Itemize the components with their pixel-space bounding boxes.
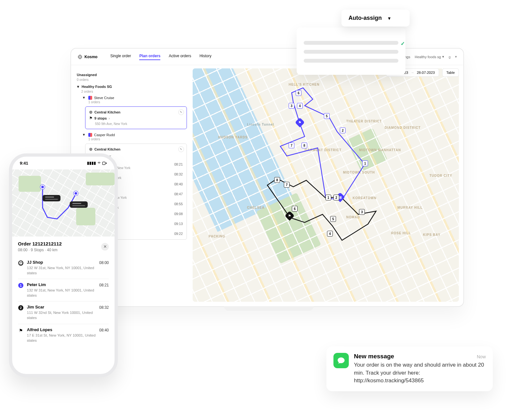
chevron-down-icon: ▾ xyxy=(455,55,457,59)
edit-button[interactable]: ✎ xyxy=(178,146,184,152)
stop-time: 08:47 xyxy=(174,192,183,199)
phone-mockup: 9:41 ▮▮▮▮ ⌔ ▢▪ Order 12121212112 08:00 ·… xyxy=(9,153,118,377)
driver-icon xyxy=(88,133,92,137)
stop-time: 08:32 xyxy=(99,305,109,320)
assign-option-placeholder[interactable] xyxy=(304,50,398,54)
stop-address: 132 W 31st, New York, NY 10001, United s… xyxy=(27,265,96,276)
close-button[interactable]: ✕ xyxy=(101,243,109,251)
stop-name: JJ Shop xyxy=(27,260,96,265)
route-origin: Central Kitchen xyxy=(94,110,120,114)
route-origin: Central Kitchen xyxy=(94,147,120,151)
stop-item[interactable]: 2 Jim Scar 111 W 32nd St, New York 10001… xyxy=(18,301,109,324)
stop-marker[interactable]: 6 xyxy=(292,206,298,212)
date-to: 28-07-2023 xyxy=(417,71,435,74)
brand-name: Kosmo xyxy=(84,55,98,59)
stop-marker[interactable]: 2 xyxy=(340,128,346,133)
stop-marker[interactable]: 2 xyxy=(333,195,339,200)
route-lines xyxy=(193,68,459,276)
driver-order-count: 1 orders xyxy=(88,100,187,104)
unassigned-count: 0 orders xyxy=(77,78,187,82)
notification-card[interactable]: New message Now Your order is on the way… xyxy=(326,346,493,391)
stop-marker[interactable]: 6 xyxy=(296,90,301,96)
stop-time: 09:22 xyxy=(174,232,183,236)
org-name: Healthy foods sg xyxy=(415,55,441,59)
assign-option-placeholder[interactable] xyxy=(304,59,398,63)
tab-history[interactable]: History xyxy=(199,54,211,60)
phone-map[interactable] xyxy=(12,169,115,237)
notification-title: New message xyxy=(354,353,394,360)
phone-clock: 9:41 xyxy=(20,161,28,166)
stop-item[interactable]: 1 Peter Lim 132 W 31st, New York, NY 100… xyxy=(18,279,109,301)
stop-marker[interactable]: 7 xyxy=(289,143,294,148)
chevron-down-icon: ▶ xyxy=(83,134,85,136)
stop-marker[interactable]: 5 xyxy=(324,113,330,119)
stop-name: Peter Lim xyxy=(27,282,96,287)
tab-single-order[interactable]: Single order xyxy=(110,54,131,60)
check-icon: ✓ xyxy=(401,41,405,47)
phone-status-bar: 9:41 ▮▮▮▮ ⌔ ▢▪ xyxy=(12,157,115,169)
team-heading[interactable]: ▶ Healthy Foods SG xyxy=(77,85,187,89)
order-sheet: Order 12121212112 08:00 · 9 Stops · 40 k… xyxy=(12,237,115,351)
stop-marker[interactable]: 8 xyxy=(274,177,280,183)
target-icon: ◎ xyxy=(89,110,92,114)
driver-item[interactable]: ▶ Steve Cruise xyxy=(83,96,187,100)
route-card[interactable]: ✎ ◎Central Kitchen ⚑9 stops› 550 9th Ave… xyxy=(85,106,187,129)
flag-icon: ⚑ xyxy=(298,121,301,125)
org-select[interactable]: Healthy foods sg ▾ xyxy=(415,55,444,59)
stop-marker[interactable]: 3 xyxy=(359,209,365,215)
driver-item[interactable]: ▶ Casper Rudd xyxy=(83,133,187,137)
auto-assign-button[interactable]: Auto-assign ▾ xyxy=(341,10,410,27)
logo-icon xyxy=(77,54,83,59)
chevron-down-icon: ▾ xyxy=(442,55,444,59)
tab-plan-orders[interactable]: Plan orders xyxy=(139,54,160,60)
pin-icon: ⚑ xyxy=(89,116,92,120)
order-summary: 08:00 · 9 Stops · 40 km xyxy=(18,248,62,252)
chevron-right-icon: › xyxy=(109,116,110,120)
auto-assign-panel: ✓ xyxy=(297,27,405,75)
stop-time: 09:08 xyxy=(174,212,183,219)
assign-option-placeholder[interactable]: ✓ xyxy=(304,41,398,45)
stop-address: 111 W 32nd St, New York 10001, United st… xyxy=(27,310,96,320)
stop-marker[interactable]: 4 xyxy=(327,231,333,237)
stop-marker[interactable]: 3 xyxy=(289,103,294,109)
stop-marker[interactable]: 5 xyxy=(330,216,336,222)
driver-name: Casper Rudd xyxy=(94,133,115,137)
stop-marker[interactable]: 4 xyxy=(297,103,303,109)
view-toggle-label: Table xyxy=(446,71,455,74)
stop-marker[interactable]: 1 xyxy=(362,160,368,166)
auto-assign-widget: Auto-assign ▾ ✓ xyxy=(341,10,410,27)
laptop-base xyxy=(224,306,314,311)
auto-assign-label: Auto-assign xyxy=(348,15,382,21)
stop-item[interactable]: ▢ JJ Shop 132 W 31st, New York, NY 10001… xyxy=(18,257,109,279)
map-pin[interactable] xyxy=(40,185,45,189)
battery-icon: ▢▪ xyxy=(102,161,107,165)
stop-item[interactable]: ⚑ Alfred Lopes 17 E 31st St, New York, N… xyxy=(18,324,109,346)
brand-logo: Kosmo xyxy=(77,54,98,59)
stops-list: ▢ JJ Shop 132 W 31st, New York, NY 10001… xyxy=(18,257,109,346)
stop-name: Jim Scar xyxy=(27,305,96,309)
arrow-right-icon: → xyxy=(411,71,414,74)
chevron-down-icon: ▶ xyxy=(83,97,85,99)
nav-tabs: Single order Plan orders Active orders H… xyxy=(110,54,212,60)
team-count: 2 orders xyxy=(81,90,187,93)
chevron-down-icon: ▶ xyxy=(77,86,80,89)
target-icon: ◎ xyxy=(89,147,92,151)
order-title: Order 12121212112 xyxy=(18,241,62,246)
stop-marker[interactable]: 8 xyxy=(301,143,307,148)
route-map[interactable]: HELL'S KITCHEN THEATER DISTRICT DIAMOND … xyxy=(193,68,459,302)
tab-active-orders[interactable]: Active orders xyxy=(169,54,191,60)
stop-number-icon: 2 xyxy=(18,305,23,310)
map-pin[interactable] xyxy=(74,191,78,196)
user-avatar[interactable]: g xyxy=(449,55,451,59)
view-toggle-table[interactable]: Table xyxy=(442,68,459,77)
stop-marker[interactable]: 1 xyxy=(325,195,331,200)
unassigned-heading[interactable]: Unassigned xyxy=(77,73,187,77)
map-tooltip xyxy=(43,195,60,201)
stop-marker[interactable]: 7 xyxy=(284,182,290,188)
stop-time: 09:13 xyxy=(174,222,183,229)
shop-icon: ▢ xyxy=(18,261,23,266)
messages-app-icon xyxy=(333,353,349,368)
stop-address: 17 E 31st St, New York, NY 10001, United… xyxy=(27,333,96,343)
notification-body: Your order is on the way and should arri… xyxy=(354,361,486,385)
edit-button[interactable]: ✎ xyxy=(178,109,184,115)
